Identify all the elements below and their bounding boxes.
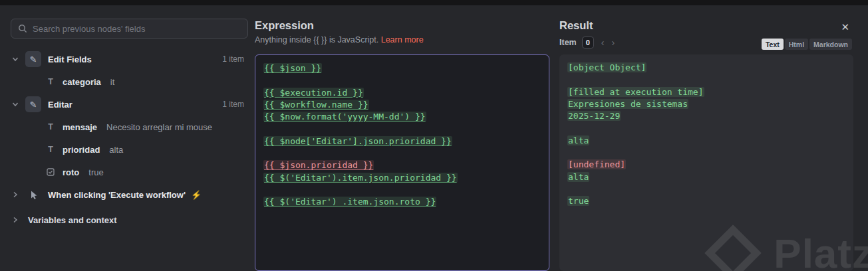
expression-code-editor[interactable]: {{ $json }} {{ $execution.id }} {{ $work… [255,54,549,271]
variables-label: Variables and context [28,215,117,225]
pencil-node-icon: ✎ [25,96,41,112]
result-panel: Result ✕ Item 0 ‹ › Text Html Markdown [… [559,5,853,271]
pencil-node-icon: ✎ [25,51,41,67]
code-line: {{ $json.prioridad }} [263,159,541,171]
node-row-editar[interactable]: ✎ Editar 1 item [0,93,255,116]
node-label: Editar [48,100,72,110]
result-line: Expresiones de sistemas [567,98,845,110]
expression-editor-modal: ✎ Edit Fields 1 item T categoria it ✎ Ed… [0,0,868,271]
code-line: {{ $now.format('yyyy-MM-dd') }} [263,111,541,123]
node-row-manual-trigger[interactable]: When clicking 'Execute workflow' ⚡ [0,183,255,206]
result-line: [undefined] [567,159,845,171]
code-line: {{ $('Editar') .item.json.roto }} [263,196,541,208]
top-window-strip [0,0,868,5]
result-line: alta [567,171,845,183]
field-row-mensaje[interactable]: T mensaje Necesito arreglar mi mouse [0,116,255,138]
code-line [263,147,541,159]
search-icon [18,24,27,33]
result-line [567,147,845,159]
field-value: true [88,167,103,177]
result-line [567,122,845,134]
field-name: mensaje [63,122,97,132]
expression-title: Expression [255,19,550,32]
string-type-icon: T [45,77,56,86]
code-line [263,184,541,196]
code-line: {{ $('Editar').item.json.prioridad }} [263,172,541,184]
node-item-count: 1 item [222,100,244,109]
result-line [567,183,845,195]
code-line: {{ $execution.id }} [263,87,541,99]
chevron-right-icon[interactable] [12,217,21,223]
lightning-bolt-icon: ⚡ [191,190,202,200]
cursor-click-icon [25,187,41,203]
field-row-prioridad[interactable]: T prioridad alta [0,138,255,161]
result-line: [filled at execution time] [567,86,845,98]
field-value: alta [109,145,123,155]
search-input[interactable] [33,24,241,34]
tab-markdown[interactable]: Markdown [809,39,852,50]
string-type-icon: T [45,145,56,154]
previous-item-icon[interactable]: ‹ [601,37,605,48]
boolean-type-icon [45,168,56,176]
variables-and-context-row[interactable]: Variables and context [0,209,255,231]
field-row-categoria[interactable]: T categoria it [0,70,255,93]
code-line: {{ $node['Editar'].json.prioridad }} [263,136,541,147]
item-index-input[interactable]: 0 [582,37,594,48]
close-icon[interactable]: ✕ [841,22,849,32]
input-data-sidebar: ✎ Edit Fields 1 item T categoria it ✎ Ed… [0,5,255,271]
field-name: roto [63,167,79,177]
result-line: true [567,195,845,207]
code-line: {{ $json }} [263,62,541,74]
learn-more-link[interactable]: Learn more [381,35,424,45]
tab-text[interactable]: Text [762,39,784,50]
result-line [567,74,845,86]
string-type-icon: T [45,122,56,132]
chevron-down-icon[interactable] [12,101,21,108]
node-label: When clicking 'Execute workflow' [48,190,186,200]
result-output: [object Object] [filled at execution tim… [559,54,853,271]
chevron-down-icon[interactable] [12,56,21,62]
node-label: Edit Fields [48,54,92,64]
expression-subtitle: Anything inside {{ }} is JavaScript. Lea… [255,35,550,45]
search-box [11,19,248,39]
field-value: it [110,77,115,87]
result-line: 2025-12-29 [567,110,845,122]
result-view-tabs: Text Html Markdown [762,39,852,50]
chevron-right-icon[interactable] [12,191,21,198]
node-item-count: 1 item [222,54,244,64]
result-title: Result [559,19,853,32]
subtitle-text: Anything inside {{ }} is JavaScript. [255,35,378,45]
result-line: alta [567,135,845,147]
nodes-tree: ✎ Edit Fields 1 item T categoria it ✎ Ed… [0,48,255,231]
item-label: Item [559,38,577,47]
code-line [263,123,541,135]
field-name: prioridad [63,145,100,155]
next-item-icon[interactable]: › [611,37,615,48]
field-name: categoria [63,77,101,87]
field-value: Necesito arreglar mi mouse [106,122,212,132]
node-row-edit-fields[interactable]: ✎ Edit Fields 1 item [0,48,255,70]
result-line: [object Object] [567,62,845,74]
code-line [263,74,541,86]
code-line: {{ $workflow.name }} [263,99,541,111]
expression-panel: Expression Anything inside {{ }} is Java… [255,5,550,271]
tab-html[interactable]: Html [785,39,808,50]
field-row-roto[interactable]: roto true [0,161,255,183]
